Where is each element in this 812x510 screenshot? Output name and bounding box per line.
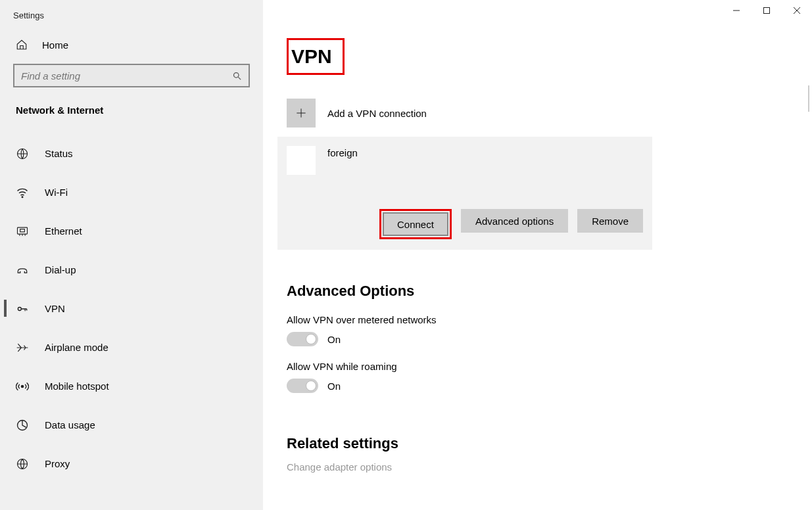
svg-rect-11 [764, 8, 770, 14]
scrollbar-indicator[interactable] [808, 85, 809, 112]
datausage-icon [16, 419, 30, 432]
sidebar-item-label: VPN [45, 303, 65, 314]
airplane-icon [16, 341, 30, 354]
add-vpn-connection[interactable]: Add a VPN connection [287, 99, 812, 128]
ethernet-icon [16, 225, 30, 238]
vpn-connection-icon [287, 146, 316, 175]
option-label: Allow VPN while roaming [287, 361, 812, 372]
sidebar-item-label: Ethernet [45, 225, 82, 237]
vpn-connection-card[interactable]: foreign Connect Advanced options Remove [277, 137, 652, 250]
sidebar-item-wifi[interactable]: Wi-Fi [0, 173, 263, 212]
svg-point-0 [234, 72, 239, 78]
svg-point-3 [22, 196, 23, 197]
related-settings-heading: Related settings [287, 435, 812, 452]
section-title: Network & Internet [0, 87, 263, 116]
dialup-icon [16, 264, 30, 277]
app-title: Settings [0, 0, 263, 20]
vpn-icon [16, 302, 30, 315]
svg-point-6 [18, 307, 21, 310]
hotspot-icon [16, 380, 30, 393]
svg-line-1 [238, 77, 241, 80]
sidebar-item-datausage[interactable]: Data usage [0, 406, 263, 444]
home-label: Home [42, 39, 68, 51]
sidebar-item-label: Dial-up [45, 264, 76, 275]
minimize-button[interactable] [721, 0, 752, 21]
option-label: Allow VPN over metered networks [287, 314, 812, 325]
toggle-roaming[interactable] [287, 379, 318, 393]
toggle-state: On [327, 381, 341, 392]
status-icon [16, 147, 30, 160]
page-title: VPN [287, 38, 345, 75]
toggle-state: On [327, 334, 341, 345]
svg-rect-5 [20, 229, 25, 231]
highlight-annotation: Connect [379, 209, 452, 239]
proxy-icon [16, 457, 30, 471]
option-metered: Allow VPN over metered networks On [287, 314, 812, 346]
sidebar-item-status[interactable]: Status [0, 134, 263, 173]
toggle-metered[interactable] [287, 332, 318, 346]
svg-rect-4 [18, 227, 28, 234]
sidebar: Settings Home Network & Internet Status [0, 0, 263, 510]
sidebar-item-label: Mobile hotspot [45, 381, 109, 392]
sidebar-item-airplane[interactable]: Airplane mode [0, 328, 263, 367]
advanced-options-button[interactable]: Advanced options [461, 209, 568, 233]
option-roaming: Allow VPN while roaming On [287, 361, 812, 393]
sidebar-item-label: Proxy [45, 458, 70, 469]
sidebar-item-hotspot[interactable]: Mobile hotspot [0, 367, 263, 406]
sidebar-item-ethernet[interactable]: Ethernet [0, 212, 263, 250]
search-input[interactable] [21, 70, 232, 81]
nav-list: Status Wi-Fi Ethernet Dial-up [0, 134, 263, 483]
search-icon [232, 71, 242, 81]
change-adapter-link[interactable]: Change adapter options [287, 461, 812, 473]
main-content: VPN Add a VPN connection foreign Connect… [263, 0, 812, 510]
sidebar-item-label: Wi-Fi [45, 187, 68, 198]
add-vpn-label: Add a VPN connection [327, 108, 427, 119]
sidebar-item-vpn[interactable]: VPN [0, 289, 263, 328]
sidebar-item-label: Airplane mode [45, 342, 108, 353]
sidebar-item-dialup[interactable]: Dial-up [0, 250, 263, 289]
sidebar-item-proxy[interactable]: Proxy [0, 444, 263, 483]
advanced-options-heading: Advanced Options [287, 283, 812, 300]
search-box[interactable] [13, 64, 250, 87]
wifi-icon [16, 186, 30, 199]
svg-point-7 [21, 385, 23, 387]
home-icon [16, 39, 29, 51]
sidebar-item-label: Data usage [45, 419, 95, 430]
remove-button[interactable]: Remove [577, 209, 643, 233]
home-link[interactable]: Home [0, 20, 263, 51]
sidebar-item-label: Status [45, 148, 73, 159]
connect-button[interactable]: Connect [383, 212, 448, 236]
plus-icon [287, 99, 316, 128]
close-button[interactable] [782, 0, 812, 21]
maximize-button[interactable] [752, 0, 782, 21]
vpn-connection-name: foreign [327, 147, 358, 158]
window-controls [721, 0, 812, 21]
